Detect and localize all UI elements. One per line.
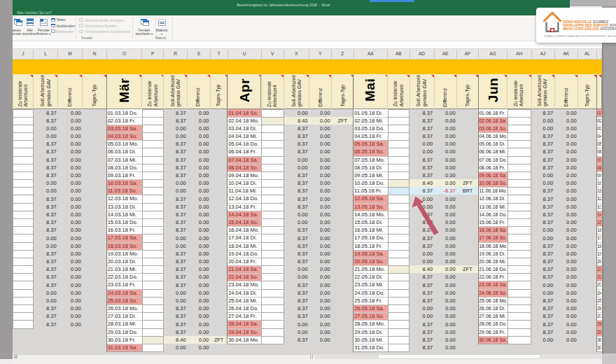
- svg-text:VERBAND SCHWEIZER GEBÄUDEHÜLLE: VERBAND SCHWEIZER GEBÄUDEHÜLLEN-UNTERNEH…: [544, 35, 616, 38]
- svg-text:INVOLUCRO EDILIZIO SVIZZERA: INVOLUCRO EDILIZIO SVIZZERA: [564, 27, 616, 31]
